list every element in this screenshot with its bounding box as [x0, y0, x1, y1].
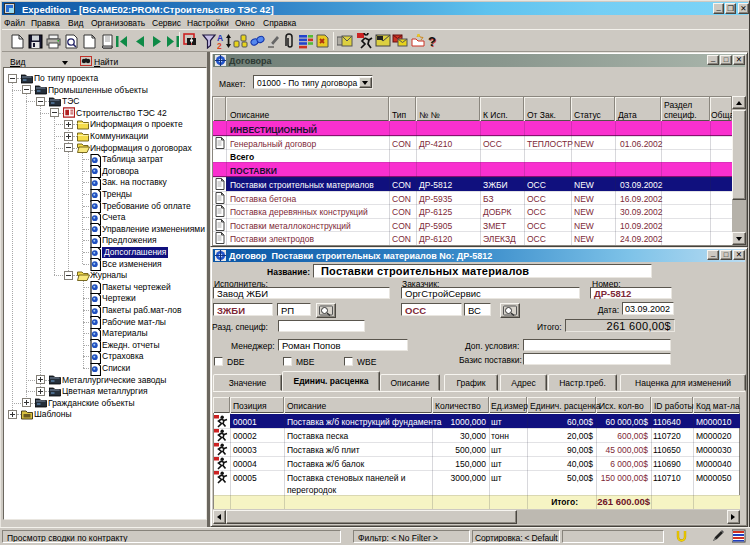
svg-text:2: 2: [217, 41, 222, 50]
